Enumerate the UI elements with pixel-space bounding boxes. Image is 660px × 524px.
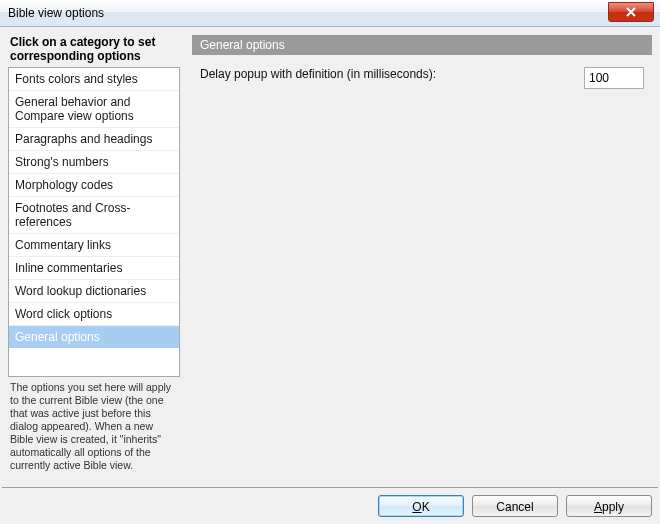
panel-body: Delay popup with definition (in millisec…	[192, 55, 652, 101]
category-item-commentary-links[interactable]: Commentary links	[9, 234, 179, 257]
category-item-morphology[interactable]: Morphology codes	[9, 174, 179, 197]
client-area: Click on a category to set corresponding…	[0, 27, 660, 524]
panel-title: General options	[192, 35, 652, 55]
category-item-fonts[interactable]: Fonts colors and styles	[9, 68, 179, 91]
dialog-window: Bible view options Click on a category t…	[0, 0, 660, 524]
category-item-paragraphs[interactable]: Paragraphs and headings	[9, 128, 179, 151]
category-item-word-click[interactable]: Word click options	[9, 303, 179, 326]
window-title: Bible view options	[0, 6, 104, 20]
delay-label: Delay popup with definition (in millisec…	[200, 67, 436, 81]
category-item-inline-commentaries[interactable]: Inline commentaries	[9, 257, 179, 280]
cancel-button[interactable]: Cancel	[472, 495, 558, 517]
ok-button[interactable]: OK	[378, 495, 464, 517]
delay-input[interactable]	[584, 67, 644, 89]
content-area: Click on a category to set corresponding…	[0, 27, 660, 487]
sidebar-heading: Click on a category to set corresponding…	[8, 35, 180, 67]
category-item-strongs[interactable]: Strong's numbers	[9, 151, 179, 174]
button-row: OK Cancel Apply	[0, 488, 660, 524]
options-panel: General options Delay popup with definit…	[192, 35, 652, 487]
category-list[interactable]: Fonts colors and styles General behavior…	[8, 67, 180, 377]
apply-button[interactable]: Apply	[566, 495, 652, 517]
category-item-general-behavior[interactable]: General behavior and Compare view option…	[9, 91, 179, 128]
sidebar: Click on a category to set corresponding…	[8, 35, 180, 487]
close-button[interactable]	[608, 2, 654, 22]
sidebar-note: The options you set here will apply to t…	[8, 377, 180, 472]
category-item-word-lookup[interactable]: Word lookup dictionaries	[9, 280, 179, 303]
titlebar: Bible view options	[0, 0, 660, 27]
category-item-general-options[interactable]: General options	[9, 326, 179, 348]
category-item-footnotes[interactable]: Footnotes and Cross-references	[9, 197, 179, 234]
close-icon	[625, 7, 637, 17]
